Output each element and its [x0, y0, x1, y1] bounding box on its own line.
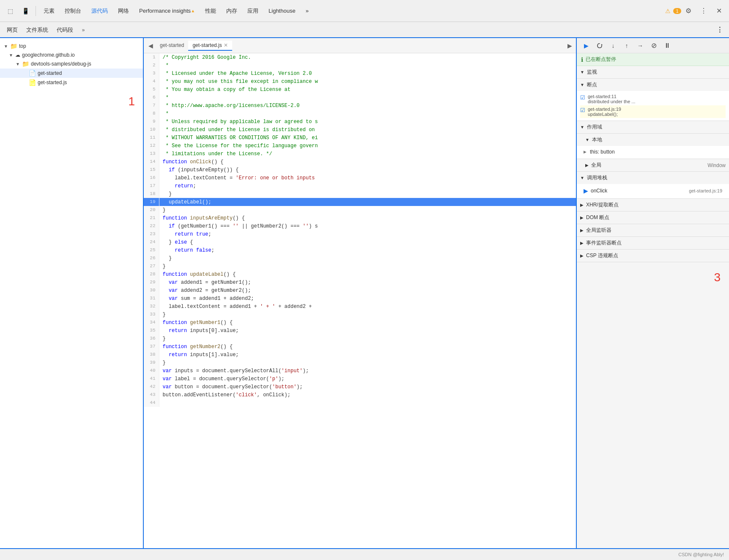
line-22: 22 if (getNumber1() === '' || getNumber2… [144, 222, 576, 230]
local-this-item[interactable]: ▶ this: button [580, 148, 726, 156]
cursor-icon[interactable]: ⬚ [3, 4, 17, 18]
line-4: 4 * you may not use this file except in … [144, 77, 576, 85]
bp2-check-icon[interactable]: ☑ [580, 107, 585, 113]
section-scope-header[interactable]: ▼ 作用域 [577, 121, 729, 133]
editor-tabs: ◀ get-started get-started.js ✕ ▶ [144, 38, 576, 53]
bp2-info: get-started.js:19 updateLabel(); [588, 107, 726, 117]
step-out-btn[interactable]: ↑ [621, 40, 633, 52]
watch-label: 监视 [587, 69, 597, 76]
folder-icon-top: 📁 [10, 43, 17, 49]
tab-network[interactable]: 网络 [114, 5, 133, 16]
globallisteners-arrow-icon: ▶ [580, 228, 584, 233]
nav-tab-snippets[interactable]: 代码段 [53, 25, 77, 36]
section-dom-header[interactable]: ▶ DOM 断点 [577, 211, 729, 224]
bp2-file: get-started.js:19 [588, 107, 726, 112]
tab-performance-insights[interactable]: Performance insights ▲ [135, 6, 199, 16]
line-6: 6 * [144, 93, 576, 102]
bp1-info: get-started:11 distributed under the ... [588, 94, 726, 104]
tab-elements[interactable]: 元素 [39, 5, 59, 16]
nav-tab-filesystem[interactable]: 文件系统 [23, 25, 52, 36]
step-into-btn[interactable]: ↓ [607, 40, 619, 52]
csp-arrow-icon: ▶ [580, 253, 584, 258]
line-26: 26 } [144, 254, 576, 262]
editor-tab-close[interactable]: ✕ [224, 42, 228, 48]
section-dom: ▶ DOM 断点 [577, 211, 729, 224]
section-xhr: ▶ XHR/提取断点 [577, 199, 729, 211]
breakpoint-2[interactable]: ☑ get-started.js:19 updateLabel(); [580, 105, 726, 118]
nav-dots-button[interactable]: ⋮ [714, 24, 726, 36]
section-globallisteners: ▶ 全局监听器 [577, 224, 729, 237]
pause-on-exception-btn[interactable]: ⏸ [661, 40, 673, 52]
mobile-icon[interactable]: 📱 [19, 4, 32, 18]
tab-more[interactable]: » [301, 6, 313, 16]
bottom-bar: CSDN @fighting Ably! [0, 548, 729, 560]
nav-tabs: 网页 文件系统 代码段 » ⋮ [0, 22, 729, 38]
section-callstack-header[interactable]: ▼ 调用堆栈 [577, 172, 729, 184]
section-csp: ▶ CSP 违规断点 [577, 250, 729, 262]
breakpoints-body: ☑ get-started:11 distributed under the .… [577, 91, 729, 121]
editor-nav-right[interactable]: ▶ [565, 41, 575, 51]
file-tree: ▼ 📁 top ▼ ☁ googlechrome.github.io ▼ 📁 d… [0, 38, 143, 91]
tree-item-get-started[interactable]: 📄 get-started [0, 69, 143, 78]
close-button[interactable]: ✕ [712, 4, 726, 18]
line-25: 25 return false; [144, 246, 576, 254]
line-37: 37 function getNumber2() { [144, 343, 576, 351]
section-watch-header[interactable]: ▼ 监视 [577, 66, 729, 78]
eventlisteners-label: 事件监听器断点 [586, 239, 622, 247]
editor-nav-left[interactable]: ◀ [145, 41, 156, 51]
more-options-button[interactable]: ⋮ [697, 4, 710, 18]
line-34: 34 function getNumber1() { [144, 318, 576, 327]
tab-lighthouse[interactable]: Lighthouse [264, 6, 300, 16]
line-20: 20 } [144, 206, 576, 214]
editor-content[interactable]: 1 /* Copyright 2016 Google Inc. 2 * 3 * … [144, 53, 576, 548]
paused-message: 已在断点暂停 [586, 56, 616, 63]
callstack-file: get-started.js:19 [689, 188, 722, 193]
line-32: 32 label.textContent = addend1 + ' + ' +… [144, 302, 576, 310]
this-label: this: button [590, 149, 615, 155]
section-eventlisteners-header[interactable]: ▶ 事件监听器断点 [577, 237, 729, 249]
settings-button[interactable]: ⚙ [682, 4, 695, 18]
tree-item-domain[interactable]: ▼ ☁ googlechrome.github.io [0, 51, 143, 59]
resume-btn[interactable]: ▶ [580, 40, 592, 52]
line-40: 40 var inputs = document.querySelectorAl… [144, 367, 576, 375]
nav-tab-webpage[interactable]: 网页 [3, 25, 21, 36]
line-38: 38 return inputs[1].value; [144, 351, 576, 359]
line-7: 7 * http://www.apache.org/licenses/LICEN… [144, 102, 576, 110]
step-btn[interactable]: → [634, 40, 646, 52]
line-12: 12 * See the License for the specific la… [144, 142, 576, 150]
file-icon: 📄 [29, 70, 36, 77]
section-breakpoints-header[interactable]: ▼ 断点 [577, 79, 729, 91]
section-global-header[interactable]: ▶ 全局 Window [577, 159, 729, 171]
callstack-item-onclick[interactable]: ▶ onClick get-started.js:19 [580, 186, 726, 196]
section-xhr-header[interactable]: ▶ XHR/提取断点 [577, 199, 729, 211]
step-over-btn[interactable] [594, 40, 606, 52]
warning-badge[interactable]: ⚠ 1 [666, 4, 680, 18]
tab-performance[interactable]: 性能 [201, 5, 220, 16]
tree-item-get-started-js[interactable]: 📄 get-started.js [0, 78, 143, 87]
deactivate-btn[interactable]: ⊘ [648, 40, 660, 52]
tree-item-folder[interactable]: ▼ 📁 devtools-samples/debug-js [0, 59, 143, 69]
separator1 [36, 6, 36, 16]
tab-sources[interactable]: 源代码 [87, 5, 112, 16]
bp1-check-icon[interactable]: ☑ [580, 94, 585, 101]
tab-console[interactable]: 控制台 [60, 5, 85, 16]
tree-item-top[interactable]: ▼ 📁 top [0, 41, 143, 51]
tab-memory[interactable]: 内存 [222, 5, 241, 16]
arrow-folder: ▼ [15, 62, 20, 66]
line-10: 10 * distributed under the License is di… [144, 126, 576, 134]
svg-marker-0 [601, 44, 603, 46]
line-35: 35 return inputs[0].value; [144, 327, 576, 335]
section-local-header[interactable]: ▼ 本地 [577, 134, 729, 146]
editor-tab-get-started[interactable]: get-started [156, 41, 188, 51]
tab-application[interactable]: 应用 [243, 5, 263, 16]
debugger-toolbar: ▶ ↓ ↑ → ⊘ ⏸ [577, 38, 729, 53]
nav-more-button[interactable]: » [78, 25, 88, 35]
section-globallisteners-header[interactable]: ▶ 全局监听器 [577, 224, 729, 236]
bp1-file: get-started:11 [588, 94, 726, 99]
eventlisteners-arrow-icon: ▶ [580, 241, 584, 245]
breakpoint-1[interactable]: ☑ get-started:11 distributed under the .… [580, 93, 726, 105]
scope-arrow-icon: ▼ [580, 125, 584, 129]
editor-tab-get-started-js[interactable]: get-started.js ✕ [188, 41, 232, 51]
section-csp-header[interactable]: ▶ CSP 违规断点 [577, 250, 729, 262]
step-over-icon [596, 42, 603, 49]
